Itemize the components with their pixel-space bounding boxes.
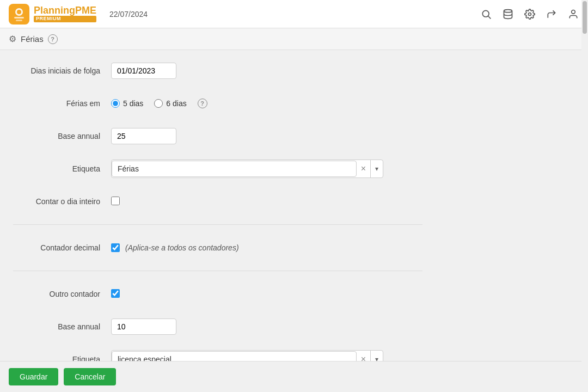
header-date: 22/07/2024 [109, 10, 148, 19]
etiqueta-control-1: × ▾ [111, 160, 383, 178]
outro-contador-row: Outro contador [13, 284, 422, 304]
section-divider-1 [13, 224, 422, 225]
base-annual-input-1[interactable] [111, 128, 176, 144]
cancel-button[interactable]: Cancelar [64, 368, 116, 385]
base-annual-row-2: Base annual [13, 317, 422, 336]
ferias-em-control: 5 dias 6 dias ? [111, 99, 383, 108]
base-annual-row-1: Base annual [13, 126, 422, 146]
logo-planning: Planning [34, 5, 75, 16]
scrollbar-thumb[interactable] [583, 1, 587, 34]
contar-dia-row: Contar o dia inteiro [13, 192, 422, 211]
sub-header: ⚙ Férias ? [0, 28, 588, 50]
dias-iniciais-label: Dias iniciais de folga [13, 66, 111, 75]
svg-rect-3 [14, 17, 24, 19]
contador-decimal-control: (Aplica-se a todos os contadores) [111, 243, 383, 252]
contador-decimal-checkbox[interactable] [111, 243, 120, 252]
radio-6dias[interactable] [154, 99, 163, 108]
header: PlanningPME PREMIUM 22/07/2024 [0, 0, 588, 28]
etiqueta-label-1: Etiqueta [13, 164, 111, 173]
contar-dia-label: Contar o dia inteiro [13, 197, 111, 206]
help-icon[interactable]: ? [48, 34, 58, 44]
header-icons [480, 8, 579, 20]
main-content: Dias iniciais de folga Férias em 5 dias … [0, 50, 436, 392]
svg-rect-4 [16, 20, 22, 21]
scrollbar-track [581, 0, 588, 392]
dias-iniciais-row: Dias iniciais de folga [13, 61, 422, 81]
contador-decimal-label: Contador decimal [13, 243, 111, 252]
ferias-em-help-icon[interactable]: ? [198, 99, 207, 108]
base-annual-control-2 [111, 318, 383, 335]
contar-dia-control [111, 197, 383, 207]
contador-decimal-note: (Aplica-se a todos os contadores) [125, 243, 239, 252]
save-button[interactable]: Guardar [9, 368, 58, 385]
share-icon[interactable] [546, 8, 558, 20]
contador-decimal-row: Contador decimal (Aplica-se a todos os c… [13, 238, 422, 258]
base-annual-input-2[interactable] [111, 318, 176, 335]
etiqueta-dropdown-1[interactable]: ▾ [370, 160, 383, 177]
radio-5dias-text: 5 dias [123, 99, 143, 108]
logo-text: PlanningPME PREMIUM [34, 5, 96, 23]
radio-6dias-text: 6 dias [166, 99, 186, 108]
gear-icon[interactable] [524, 8, 536, 20]
base-annual-label-1: Base annual [13, 132, 111, 140]
premium-badge: PREMIUM [34, 16, 96, 22]
svg-point-5 [482, 10, 489, 17]
settings-sub-icon: ⚙ [9, 34, 16, 44]
user-icon[interactable] [567, 8, 579, 20]
svg-point-2 [17, 10, 21, 14]
svg-line-6 [488, 16, 491, 19]
etiqueta-input-1[interactable] [112, 161, 357, 177]
page-title: Férias [21, 34, 44, 44]
svg-point-8 [529, 13, 531, 15]
outro-contador-label: Outro contador [13, 290, 111, 298]
ferias-em-row: Férias em 5 dias 6 dias ? [13, 94, 422, 113]
base-annual-control-1 [111, 128, 383, 144]
outro-contador-control [111, 289, 383, 299]
radio-6dias-label[interactable]: 6 dias [154, 99, 186, 108]
svg-point-9 [572, 10, 575, 14]
ferias-em-label: Férias em [13, 99, 111, 108]
outro-contador-checkbox[interactable] [111, 289, 120, 298]
base-annual-label-2: Base annual [13, 322, 111, 331]
etiqueta-select-1: × ▾ [111, 160, 383, 178]
etiqueta-row-1: Etiqueta × ▾ [13, 159, 422, 179]
database-icon[interactable] [502, 8, 514, 20]
footer: Guardar Cancelar [0, 361, 588, 392]
dias-iniciais-input[interactable] [111, 63, 176, 79]
logo-icon [9, 4, 29, 24]
etiqueta-clear-1[interactable]: × [357, 164, 370, 173]
section-divider-2 [13, 271, 422, 271]
logo-area: PlanningPME PREMIUM [9, 4, 96, 24]
dias-iniciais-control [111, 63, 383, 79]
logo-pme: PME [75, 5, 96, 16]
search-icon[interactable] [480, 8, 492, 20]
radio-5dias-label[interactable]: 5 dias [111, 99, 143, 108]
svg-point-7 [504, 9, 512, 12]
radio-5dias[interactable] [111, 99, 120, 108]
contar-dia-checkbox[interactable] [111, 197, 120, 205]
